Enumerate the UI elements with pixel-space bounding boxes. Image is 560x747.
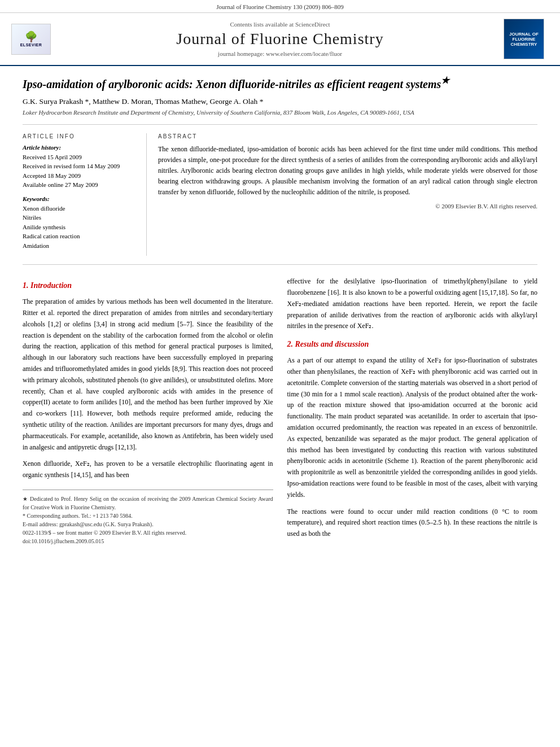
body-left-column: 1. Introduction The preparation of amide… [23,276,273,545]
keyword-5: Amidation [23,241,138,251]
journal-title-area: Contents lists available at ScienceDirec… [62,21,498,57]
intro-section-number: 1. [23,281,29,290]
history-label: Article history: [23,144,138,151]
footnote-email: E-mail address: gprakash@usc.edu (G.K. S… [23,520,273,528]
cover-text: JOURNAL OF FLUORINE CHEMISTRY [506,32,541,47]
keywords-label: Keywords: [23,195,138,202]
article-content: Ipso-amidation of arylboronic acids: Xen… [0,66,560,557]
abstract-column: ABSTRACT The xenon difluoride-mediated, … [158,133,537,256]
introduction-heading: 1. Introduction [23,279,273,292]
right-paragraph-1: effective for the desilylative ipso-fluo… [287,276,538,332]
article-info-column: ARTICLE INFO Article history: Received 1… [23,133,147,256]
abstract-label: ABSTRACT [158,133,537,139]
affiliation-text: Loker Hydrocarbon Research Institute and… [23,109,414,116]
footnote-star: ★ Dedicated to Prof. Henry Selig on the … [23,495,273,512]
journal-title: Journal of Fluorine Chemistry [62,30,498,48]
intro-section-title: Introduction [30,281,72,290]
abstract-copyright: © 2009 Elsevier B.V. All rights reserved… [158,203,537,209]
authors-text: G.K. Surya Prakash *, Matthew D. Moran, … [23,97,263,106]
elsevier-tree-icon: 🌳 [25,32,37,42]
sciencedirect-line: Contents lists available at ScienceDirec… [62,21,498,28]
right-p3-text: The reactions were found to occur under … [287,508,538,538]
received-date: Received 15 April 2009 [23,152,138,162]
article-info-label: ARTICLE INFO [23,133,138,139]
elsevier-text: ELSEVIER [20,43,42,47]
journal-homepage: journal homepage: www.elsevier.com/locat… [62,50,498,57]
sciencedirect-text: Contents lists available at ScienceDirec… [230,21,330,28]
results-section-number: 2. [287,340,294,348]
intro-p1-text: The preparation of amides by various met… [23,298,273,451]
affiliation-line: Loker Hydrocarbon Research Institute and… [23,109,537,125]
journal-cover-area: JOURNAL OF FLUORINE CHEMISTRY [504,19,549,59]
keyword-4: Radical cation reaction [23,231,138,241]
keyword-3: Anilide synthesis [23,222,138,232]
abstract-text: The xenon difluoride-mediated, ipso-amid… [158,144,537,198]
title-rest: -amidation of arylboronic acids: Xenon d… [43,78,441,90]
elsevier-logo-area: 🌳 ELSEVIER [11,24,56,55]
keyword-1: Xenon difluoride [23,204,138,213]
title-italic-part: Ipso [23,78,43,90]
available-date: Available online 27 May 2009 [23,180,138,190]
footnote-corresp: * Corresponding authors. Tel.: +1 213 74… [23,512,273,520]
journal-citation-bar: Journal of Fluorine Chemistry 130 (2009)… [0,0,560,13]
revised-date: Received in revised form 14 May 2009 [23,161,138,171]
right-p2-text: As a part of our attempt to expand the u… [287,356,538,499]
keywords-section: Keywords: Xenon difluoride Nitriles Anil… [23,195,138,251]
right-paragraph-2: As a part of our attempt to expand the u… [287,355,538,500]
intro-paragraph-1: The preparation of amides by various met… [23,296,273,453]
keyword-2: Nitriles [23,213,138,222]
results-section-title: Results and discussion [295,340,369,348]
intro-paragraph-2: Xenon difluoride, XeF₂, has proven to be… [23,458,273,481]
authors-line: G.K. Surya Prakash *, Matthew D. Moran, … [23,97,537,106]
intro-p2-text: Xenon difluoride, XeF₂, has proven to be… [23,460,273,479]
right-paragraph-3: The reactions were found to occur under … [287,506,538,540]
journal-cover-image: JOURNAL OF FLUORINE CHEMISTRY [504,19,544,59]
article-history: Article history: Received 15 April 2009 … [23,144,138,190]
info-abstract-section: ARTICLE INFO Article history: Received 1… [23,133,537,265]
results-heading: 2. Results and discussion [287,338,538,351]
footnote-issn: 0022-1139/$ – see front matter © 2009 El… [23,528,273,537]
accepted-date: Accepted 18 May 2009 [23,171,138,181]
title-star: ★ [441,75,449,86]
journal-citation-text: Journal of Fluorine Chemistry 130 (2009)… [216,3,343,10]
footnotes: ★ Dedicated to Prof. Henry Selig on the … [23,490,273,545]
article-title: Ipso-amidation of arylboronic acids: Xen… [23,75,537,91]
right-p1-text: effective for the desilylative ipso-fluo… [287,277,538,330]
footnote-doi: doi:10.1016/j.jfluchem.2009.05.015 [23,537,273,545]
body-right-column: effective for the desilylative ipso-fluo… [287,276,538,545]
elsevier-logo: 🌳 ELSEVIER [11,24,51,55]
body-columns: 1. Introduction The preparation of amide… [23,276,537,545]
page: Journal of Fluorine Chemistry 130 (2009)… [0,0,560,747]
journal-header: 🌳 ELSEVIER Contents lists available at S… [0,13,560,66]
